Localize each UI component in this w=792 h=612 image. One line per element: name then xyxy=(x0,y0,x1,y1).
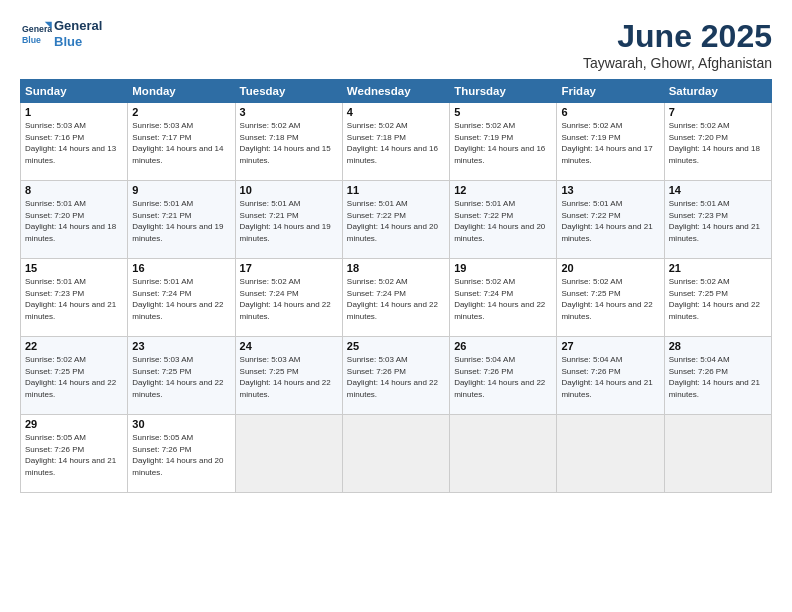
day-detail: Sunrise: 5:03 AMSunset: 7:17 PMDaylight:… xyxy=(132,120,230,166)
table-row xyxy=(664,415,771,493)
location-title: Taywarah, Ghowr, Afghanistan xyxy=(583,55,772,71)
title-block: June 2025 Taywarah, Ghowr, Afghanistan xyxy=(583,18,772,71)
table-row: 21Sunrise: 5:02 AMSunset: 7:25 PMDayligh… xyxy=(664,259,771,337)
day-number: 28 xyxy=(669,340,767,352)
table-row: 24Sunrise: 5:03 AMSunset: 7:25 PMDayligh… xyxy=(235,337,342,415)
table-row: 8Sunrise: 5:01 AMSunset: 7:20 PMDaylight… xyxy=(21,181,128,259)
day-detail: Sunrise: 5:02 AMSunset: 7:18 PMDaylight:… xyxy=(347,120,445,166)
header-row: Sunday Monday Tuesday Wednesday Thursday… xyxy=(21,80,772,103)
day-detail: Sunrise: 5:01 AMSunset: 7:21 PMDaylight:… xyxy=(132,198,230,244)
day-detail: Sunrise: 5:01 AMSunset: 7:21 PMDaylight:… xyxy=(240,198,338,244)
logo: General Blue General Blue xyxy=(20,18,102,49)
day-number: 3 xyxy=(240,106,338,118)
day-number: 8 xyxy=(25,184,123,196)
day-number: 13 xyxy=(561,184,659,196)
day-number: 16 xyxy=(132,262,230,274)
table-row: 13Sunrise: 5:01 AMSunset: 7:22 PMDayligh… xyxy=(557,181,664,259)
table-row: 1Sunrise: 5:03 AMSunset: 7:16 PMDaylight… xyxy=(21,103,128,181)
day-number: 10 xyxy=(240,184,338,196)
table-row: 25Sunrise: 5:03 AMSunset: 7:26 PMDayligh… xyxy=(342,337,449,415)
day-detail: Sunrise: 5:03 AMSunset: 7:25 PMDaylight:… xyxy=(240,354,338,400)
day-number: 12 xyxy=(454,184,552,196)
day-detail: Sunrise: 5:01 AMSunset: 7:22 PMDaylight:… xyxy=(454,198,552,244)
day-detail: Sunrise: 5:02 AMSunset: 7:19 PMDaylight:… xyxy=(561,120,659,166)
table-row xyxy=(557,415,664,493)
table-row xyxy=(450,415,557,493)
calendar-week-row: 1Sunrise: 5:03 AMSunset: 7:16 PMDaylight… xyxy=(21,103,772,181)
day-detail: Sunrise: 5:05 AMSunset: 7:26 PMDaylight:… xyxy=(132,432,230,478)
calendar-week-row: 22Sunrise: 5:02 AMSunset: 7:25 PMDayligh… xyxy=(21,337,772,415)
day-number: 29 xyxy=(25,418,123,430)
day-number: 6 xyxy=(561,106,659,118)
day-number: 21 xyxy=(669,262,767,274)
day-detail: Sunrise: 5:02 AMSunset: 7:24 PMDaylight:… xyxy=(454,276,552,322)
day-detail: Sunrise: 5:02 AMSunset: 7:25 PMDaylight:… xyxy=(669,276,767,322)
svg-text:Blue: Blue xyxy=(22,34,41,44)
logo-icon: General Blue xyxy=(20,20,52,48)
table-row: 16Sunrise: 5:01 AMSunset: 7:24 PMDayligh… xyxy=(128,259,235,337)
table-row: 19Sunrise: 5:02 AMSunset: 7:24 PMDayligh… xyxy=(450,259,557,337)
day-number: 19 xyxy=(454,262,552,274)
day-detail: Sunrise: 5:04 AMSunset: 7:26 PMDaylight:… xyxy=(561,354,659,400)
day-detail: Sunrise: 5:03 AMSunset: 7:16 PMDaylight:… xyxy=(25,120,123,166)
col-sunday: Sunday xyxy=(21,80,128,103)
day-detail: Sunrise: 5:02 AMSunset: 7:18 PMDaylight:… xyxy=(240,120,338,166)
table-row: 9Sunrise: 5:01 AMSunset: 7:21 PMDaylight… xyxy=(128,181,235,259)
calendar-week-row: 15Sunrise: 5:01 AMSunset: 7:23 PMDayligh… xyxy=(21,259,772,337)
table-row: 20Sunrise: 5:02 AMSunset: 7:25 PMDayligh… xyxy=(557,259,664,337)
table-row: 27Sunrise: 5:04 AMSunset: 7:26 PMDayligh… xyxy=(557,337,664,415)
table-row: 10Sunrise: 5:01 AMSunset: 7:21 PMDayligh… xyxy=(235,181,342,259)
day-number: 22 xyxy=(25,340,123,352)
table-row: 26Sunrise: 5:04 AMSunset: 7:26 PMDayligh… xyxy=(450,337,557,415)
day-number: 23 xyxy=(132,340,230,352)
day-detail: Sunrise: 5:02 AMSunset: 7:24 PMDaylight:… xyxy=(240,276,338,322)
day-number: 27 xyxy=(561,340,659,352)
day-number: 14 xyxy=(669,184,767,196)
table-row: 17Sunrise: 5:02 AMSunset: 7:24 PMDayligh… xyxy=(235,259,342,337)
day-detail: Sunrise: 5:01 AMSunset: 7:22 PMDaylight:… xyxy=(347,198,445,244)
col-thursday: Thursday xyxy=(450,80,557,103)
day-detail: Sunrise: 5:05 AMSunset: 7:26 PMDaylight:… xyxy=(25,432,123,478)
day-detail: Sunrise: 5:02 AMSunset: 7:25 PMDaylight:… xyxy=(25,354,123,400)
day-number: 5 xyxy=(454,106,552,118)
day-number: 17 xyxy=(240,262,338,274)
day-detail: Sunrise: 5:01 AMSunset: 7:23 PMDaylight:… xyxy=(669,198,767,244)
table-row: 22Sunrise: 5:02 AMSunset: 7:25 PMDayligh… xyxy=(21,337,128,415)
table-row: 12Sunrise: 5:01 AMSunset: 7:22 PMDayligh… xyxy=(450,181,557,259)
day-detail: Sunrise: 5:01 AMSunset: 7:23 PMDaylight:… xyxy=(25,276,123,322)
table-row: 2Sunrise: 5:03 AMSunset: 7:17 PMDaylight… xyxy=(128,103,235,181)
day-detail: Sunrise: 5:02 AMSunset: 7:24 PMDaylight:… xyxy=(347,276,445,322)
day-number: 26 xyxy=(454,340,552,352)
day-detail: Sunrise: 5:02 AMSunset: 7:20 PMDaylight:… xyxy=(669,120,767,166)
logo-text: General Blue xyxy=(54,18,102,49)
calendar-week-row: 8Sunrise: 5:01 AMSunset: 7:20 PMDaylight… xyxy=(21,181,772,259)
day-detail: Sunrise: 5:02 AMSunset: 7:25 PMDaylight:… xyxy=(561,276,659,322)
table-row: 4Sunrise: 5:02 AMSunset: 7:18 PMDaylight… xyxy=(342,103,449,181)
table-row: 11Sunrise: 5:01 AMSunset: 7:22 PMDayligh… xyxy=(342,181,449,259)
table-row: 14Sunrise: 5:01 AMSunset: 7:23 PMDayligh… xyxy=(664,181,771,259)
day-detail: Sunrise: 5:02 AMSunset: 7:19 PMDaylight:… xyxy=(454,120,552,166)
col-friday: Friday xyxy=(557,80,664,103)
col-tuesday: Tuesday xyxy=(235,80,342,103)
month-title: June 2025 xyxy=(583,18,772,55)
day-number: 1 xyxy=(25,106,123,118)
table-row xyxy=(342,415,449,493)
calendar-week-row: 29Sunrise: 5:05 AMSunset: 7:26 PMDayligh… xyxy=(21,415,772,493)
day-detail: Sunrise: 5:03 AMSunset: 7:26 PMDaylight:… xyxy=(347,354,445,400)
day-detail: Sunrise: 5:01 AMSunset: 7:24 PMDaylight:… xyxy=(132,276,230,322)
table-row: 29Sunrise: 5:05 AMSunset: 7:26 PMDayligh… xyxy=(21,415,128,493)
table-row: 6Sunrise: 5:02 AMSunset: 7:19 PMDaylight… xyxy=(557,103,664,181)
day-detail: Sunrise: 5:04 AMSunset: 7:26 PMDaylight:… xyxy=(454,354,552,400)
table-row: 18Sunrise: 5:02 AMSunset: 7:24 PMDayligh… xyxy=(342,259,449,337)
day-detail: Sunrise: 5:03 AMSunset: 7:25 PMDaylight:… xyxy=(132,354,230,400)
day-number: 20 xyxy=(561,262,659,274)
table-row: 30Sunrise: 5:05 AMSunset: 7:26 PMDayligh… xyxy=(128,415,235,493)
table-row: 28Sunrise: 5:04 AMSunset: 7:26 PMDayligh… xyxy=(664,337,771,415)
col-monday: Monday xyxy=(128,80,235,103)
header: General Blue General Blue June 2025 Tayw… xyxy=(20,18,772,71)
day-number: 2 xyxy=(132,106,230,118)
calendar-table: Sunday Monday Tuesday Wednesday Thursday… xyxy=(20,79,772,493)
table-row xyxy=(235,415,342,493)
col-saturday: Saturday xyxy=(664,80,771,103)
table-row: 15Sunrise: 5:01 AMSunset: 7:23 PMDayligh… xyxy=(21,259,128,337)
